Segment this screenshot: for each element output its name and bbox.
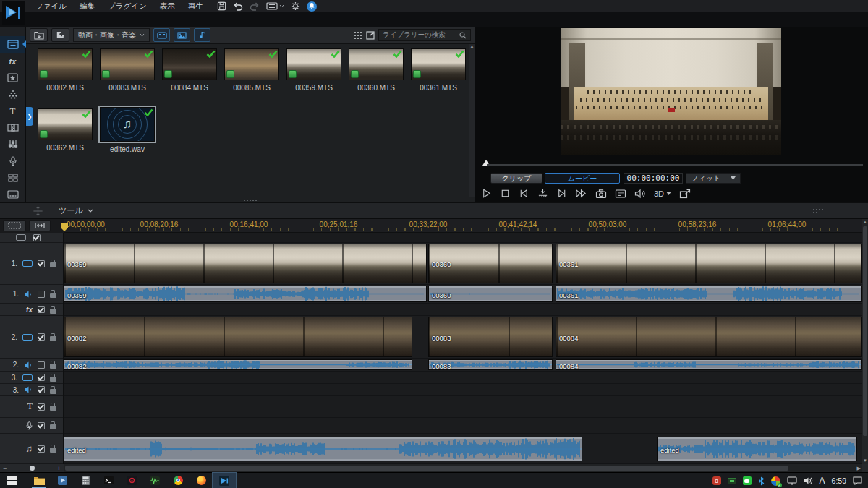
lock-icon[interactable] xyxy=(50,424,56,429)
track-header-title[interactable]: T xyxy=(0,396,63,418)
media-item-00361[interactable]: 00361.MTS xyxy=(411,48,466,92)
audio-track-1[interactable]: 00359 00360 00361 xyxy=(64,285,862,304)
clip-audio[interactable]: 00082 xyxy=(64,359,412,370)
volume-tray-icon[interactable] xyxy=(804,476,813,485)
chapter-room-button[interactable] xyxy=(0,169,25,186)
taskbar-movies-app[interactable] xyxy=(51,473,74,488)
video-track-2[interactable]: 00082 00083 00084 xyxy=(64,316,862,359)
playhead-line[interactable] xyxy=(64,233,64,464)
media-item-00085[interactable]: 00085.MTS xyxy=(224,48,279,92)
media-item-00083[interactable]: 00083.MTS xyxy=(100,48,155,92)
track-header-video-3[interactable]: 3. xyxy=(0,372,63,384)
fx-track[interactable] xyxy=(64,304,862,316)
media-type-dropdown[interactable]: 動画・画像・音楽 xyxy=(73,28,150,42)
movie-mode-button[interactable]: ムービー xyxy=(545,173,620,184)
zoom-slider-track[interactable] xyxy=(9,468,54,468)
audio-mixing-room-button[interactable] xyxy=(0,136,25,153)
ime-indicator[interactable]: A xyxy=(820,476,825,486)
defender-tray-icon[interactable]: ✓ xyxy=(771,476,780,486)
track-header-video-2[interactable]: 2. xyxy=(0,316,63,359)
master-enable-checkbox[interactable] xyxy=(33,234,41,241)
save-icon[interactable] xyxy=(217,1,226,11)
play-button[interactable] xyxy=(481,188,492,199)
range-select-tool-icon[interactable] xyxy=(33,206,43,216)
rail-expand-chevron[interactable]: ❯ xyxy=(26,107,33,126)
timeline-ruler[interactable]: 00;00;00;00 00;08;20;16 00;16;41;00 00;2… xyxy=(64,219,862,233)
lock-icon[interactable] xyxy=(50,389,56,394)
track-enable-checkbox[interactable] xyxy=(38,422,45,429)
clip-music[interactable]: edited xyxy=(64,437,582,461)
taskbar-calculator-app[interactable] xyxy=(74,473,97,488)
tools-dropdown[interactable]: ツール xyxy=(59,205,93,216)
taskbar-firefox[interactable] xyxy=(190,473,213,488)
media-item-00359[interactable]: 00359.MTS xyxy=(286,48,341,92)
expand-panel-icon[interactable] xyxy=(366,31,375,40)
lock-icon[interactable] xyxy=(50,293,56,298)
seek-marker-button[interactable] xyxy=(537,188,548,199)
audio-track-2[interactable]: 00082 00083 00084 xyxy=(64,359,862,372)
title-room-button[interactable]: T xyxy=(0,103,25,119)
track-enable-checkbox[interactable] xyxy=(38,291,45,298)
lock-icon[interactable] xyxy=(50,262,56,267)
antivirus-tray-icon[interactable] xyxy=(712,476,721,485)
track-enable-checkbox[interactable] xyxy=(38,260,45,267)
track-enable-checkbox[interactable] xyxy=(38,361,45,369)
network-tray-icon[interactable] xyxy=(787,476,797,485)
voice-track[interactable] xyxy=(64,418,862,434)
track-enable-checkbox[interactable] xyxy=(38,445,45,453)
clip-video[interactable]: 00084 xyxy=(556,317,862,357)
track-header-audio-2[interactable]: 2. xyxy=(0,359,63,372)
preview-video[interactable] xyxy=(561,28,781,155)
undo-icon[interactable] xyxy=(233,2,243,11)
music-track[interactable]: edited edited xyxy=(64,434,862,464)
vertical-scroll-thumb[interactable] xyxy=(863,226,867,436)
media-item-00362[interactable]: 00362.MTS xyxy=(38,108,93,152)
track-enable-checkbox[interactable] xyxy=(38,403,45,411)
clip-mode-button[interactable]: クリップ xyxy=(490,173,542,184)
preview-zoom-dropdown[interactable]: フィット xyxy=(686,173,741,184)
track-enable-checkbox[interactable] xyxy=(38,306,45,313)
toolbar-grip[interactable] xyxy=(813,209,823,213)
volume-button[interactable] xyxy=(634,189,646,199)
menu-view[interactable]: 表示 xyxy=(153,0,182,12)
start-button[interactable] xyxy=(0,473,23,488)
stop-button[interactable] xyxy=(500,188,511,199)
track-header-audio-1[interactable]: 1. xyxy=(0,285,63,304)
clip-video[interactable]: 00082 xyxy=(64,317,412,357)
lock-icon[interactable] xyxy=(50,406,56,411)
snapshot-button[interactable] xyxy=(595,189,607,199)
lock-icon[interactable] xyxy=(50,336,56,341)
preview-quality-button[interactable] xyxy=(615,189,626,199)
clip-audio[interactable]: 00084 xyxy=(556,359,862,370)
line-tray-icon[interactable] xyxy=(743,476,752,485)
taskbar-terminal-app[interactable] xyxy=(97,473,120,488)
taskbar-audio-editor-app[interactable] xyxy=(143,473,166,488)
menu-play[interactable]: 再生 xyxy=(182,0,210,12)
lock-icon[interactable] xyxy=(50,377,56,382)
clip-audio[interactable]: 00359 xyxy=(64,286,427,302)
lock-icon[interactable] xyxy=(50,364,56,369)
clip-video[interactable]: 00360 xyxy=(428,244,553,283)
fast-forward-button[interactable] xyxy=(575,188,587,199)
filter-photo-button[interactable] xyxy=(174,28,190,42)
pip-objects-room-button[interactable] xyxy=(0,69,25,86)
status-tray-icon[interactable] xyxy=(728,478,736,484)
aspect-ratio-selector-icon[interactable] xyxy=(266,2,284,10)
next-frame-button[interactable] xyxy=(556,188,567,199)
grid-view-icon[interactable] xyxy=(354,31,362,40)
select-range-button[interactable] xyxy=(3,220,26,231)
track-manager-button[interactable] xyxy=(29,220,51,231)
taskbar-file-explorer[interactable] xyxy=(27,473,51,488)
preview-timecode[interactable]: 00;00;00;00 xyxy=(624,173,683,184)
scroll-down-arrow[interactable]: ▼ xyxy=(862,458,868,464)
track-header-video-1[interactable]: 1. xyxy=(0,243,63,285)
timeline-vertical-scrollbar[interactable]: ▲ ▼ xyxy=(862,219,868,464)
media-item-00084[interactable]: 00084.MTS xyxy=(162,48,217,92)
undock-preview-button[interactable] xyxy=(679,189,691,199)
lock-icon[interactable] xyxy=(50,309,56,314)
effect-room-button[interactable]: fx xyxy=(0,53,25,69)
filter-music-button[interactable] xyxy=(194,28,210,42)
preview-seek-track[interactable] xyxy=(487,164,863,166)
taskbar-media-app[interactable] xyxy=(120,473,143,488)
settings-gear-icon[interactable] xyxy=(291,1,300,11)
